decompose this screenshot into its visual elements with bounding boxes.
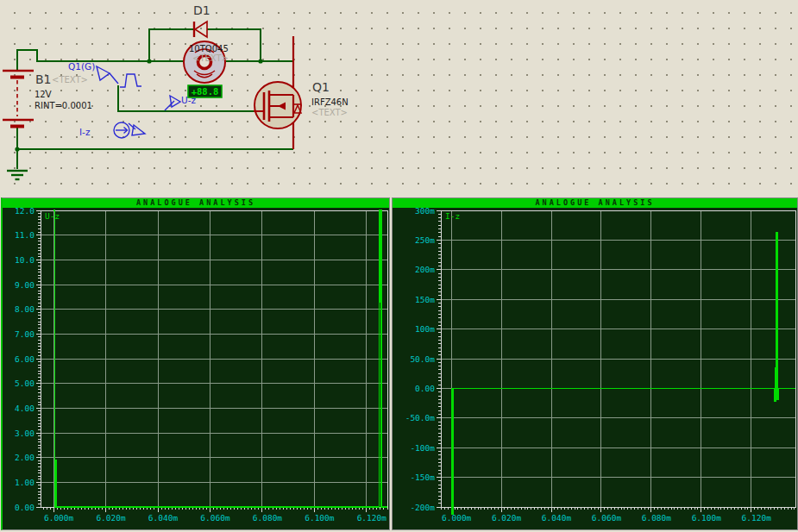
chart-svg: 12.011.010.09.008.007.006.005.004.003.00… [3, 208, 389, 529]
x-axis-labels: 6.000m6.020m6.040m6.060m6.080m6.100m6.12… [442, 513, 771, 523]
svg-text:6.020m: 6.020m [96, 513, 126, 523]
wires[interactable] [17, 29, 293, 169]
svg-text:-50.0m: -50.0m [405, 413, 436, 422]
analysis-window-current[interactable]: ANALOGUE ANALYSIS 300m250m200m150m100m50… [392, 197, 798, 530]
graph-plot-area[interactable]: 300m250m200m150m100m50.0m0.00-50.0m-100m… [393, 208, 797, 529]
schematic-editor[interactable]: +88.8 [0, 0, 798, 197]
battery-placeholder: <TEXT> [52, 75, 88, 84]
svg-text:3.00: 3.00 [15, 429, 35, 438]
diode-placeholder: <TEXT> [192, 53, 229, 63]
battery-rint[interactable]: RINT=0.0001 [35, 101, 92, 110]
generator-arrow-icon [97, 66, 110, 80]
svg-text:6.120m: 6.120m [742, 513, 772, 523]
svg-text:6.040m: 6.040m [148, 513, 179, 523]
svg-text:100m: 100m [415, 324, 435, 334]
voltage-probe[interactable] [165, 96, 180, 110]
voltage-probe-label[interactable]: U-z [181, 95, 196, 105]
svg-text:6.000m: 6.000m [44, 513, 74, 523]
svg-text:6.000m: 6.000m [442, 513, 472, 523]
mosfet-placeholder: <TEXT> [311, 108, 348, 117]
svg-text:4.00: 4.00 [15, 404, 35, 413]
svg-text:2.00: 2.00 [15, 453, 35, 462]
y-axis-ticks [437, 210, 441, 507]
svg-text:-100m: -100m [410, 443, 435, 453]
svg-text:6.040m: 6.040m [542, 513, 572, 523]
pulse-generator[interactable] [97, 66, 141, 87]
svg-text:-150m: -150m [410, 473, 435, 482]
svg-text:11.0: 11.0 [15, 230, 35, 240]
svg-text:250m: 250m [415, 235, 435, 245]
svg-text:6.060m: 6.060m [200, 513, 230, 523]
svg-text:10.0: 10.0 [15, 255, 35, 265]
svg-text:9.00: 9.00 [15, 280, 35, 290]
generator-label[interactable]: Q1(G) [68, 61, 95, 72]
svg-text:6.00: 6.00 [15, 354, 35, 364]
svg-text:300m: 300m [415, 208, 435, 216]
mosfet-value[interactable]: IRFZ46N [311, 97, 349, 107]
current-probe-label[interactable]: I-z [79, 127, 91, 137]
mosfet-ref[interactable]: Q1 [312, 80, 330, 94]
trace-legend: U-z [45, 211, 60, 221]
diode-ref[interactable]: D1 [193, 3, 210, 17]
svg-text:6.080m: 6.080m [253, 513, 283, 523]
wire-bottom-rail [17, 128, 293, 169]
gridlines [41, 210, 387, 507]
probe-arrow-icon [170, 96, 180, 107]
svg-text:12.0: 12.0 [15, 208, 35, 216]
probe-arrow-icon [132, 125, 145, 135]
ground-icon [7, 171, 28, 179]
svg-text:6.020m: 6.020m [492, 513, 522, 523]
wire-battery-top [17, 50, 184, 71]
svg-text:6.100m: 6.100m [692, 513, 722, 523]
svg-text:7.00: 7.00 [15, 329, 35, 339]
pulse-waveform-icon [120, 74, 141, 87]
svg-text:150m: 150m [415, 295, 435, 304]
svg-text:50.0m: 50.0m [410, 354, 435, 364]
svg-text:200m: 200m [415, 265, 435, 274]
battery-ref[interactable]: B1 [35, 72, 52, 86]
svg-text:0.00: 0.00 [15, 503, 35, 512]
svg-text:-200m: -200m [410, 503, 435, 512]
x-axis-ticks [442, 507, 795, 512]
battery-voltage[interactable]: 12V [35, 90, 52, 99]
trace-legend: I-z [445, 211, 460, 221]
diode-d1[interactable] [194, 22, 207, 37]
trace-I-z [451, 233, 795, 514]
diode-value[interactable]: 10TQ045 [189, 44, 229, 53]
svg-text:0.00: 0.00 [415, 384, 435, 393]
svg-text:5.00: 5.00 [15, 379, 35, 388]
battery-b1[interactable] [3, 71, 34, 127]
current-probe[interactable] [114, 122, 145, 138]
svg-text:6.060m: 6.060m [592, 513, 622, 523]
svg-text:8.00: 8.00 [15, 304, 35, 314]
analysis-window-voltage[interactable]: ANALOGUE ANALYSIS 12.011.010.09.008.007.… [1, 197, 390, 530]
x-axis-ticks [43, 507, 387, 512]
y-axis-labels: 300m250m200m150m100m50.0m0.00-50.0m-100m… [405, 208, 436, 512]
svg-text:6.100m: 6.100m [305, 513, 335, 523]
schematic-canvas[interactable]: +88.8 [0, 0, 798, 197]
graph-title-bar[interactable]: ANALOGUE ANALYSIS [3, 198, 389, 208]
y-axis-labels: 12.011.010.09.008.007.006.005.004.003.00… [15, 208, 35, 512]
svg-text:1.00: 1.00 [15, 478, 35, 487]
chart-svg: 300m250m200m150m100m50.0m0.00-50.0m-100m… [393, 208, 797, 529]
graph-plot-area[interactable]: 12.011.010.09.008.007.006.005.004.003.00… [3, 208, 389, 529]
gridlines [441, 210, 795, 507]
svg-text:6.080m: 6.080m [642, 513, 672, 523]
y-axis-ticks [36, 210, 41, 507]
x-axis-labels: 6.000m6.020m6.040m6.060m6.080m6.100m6.12… [44, 513, 386, 523]
svg-text:6.120m: 6.120m [357, 513, 387, 523]
graph-title-bar[interactable]: ANALOGUE ANALYSIS [393, 198, 797, 208]
